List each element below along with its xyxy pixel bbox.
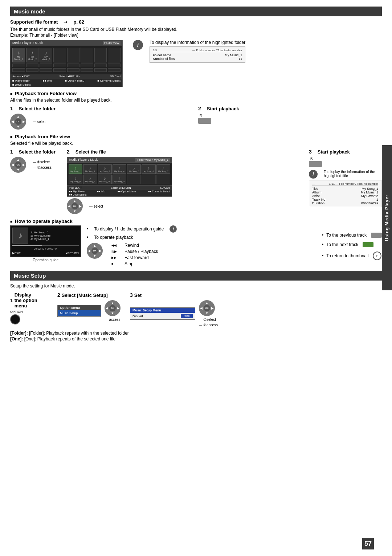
screen-return: ●RETURN	[66, 252, 79, 255]
page-ref: p. 82	[73, 19, 84, 25]
arrow-select-1: select	[33, 120, 46, 124]
footer-select: Select ●RETURN	[59, 75, 81, 78]
folder-view-screen: Media Player ♪ Music Folder view ♪ My Mu…	[10, 40, 123, 87]
music-step3-number: 3	[130, 292, 133, 298]
file-footer-drive: ■■ Drive Select	[69, 193, 86, 196]
next-track-label: To the next track	[326, 242, 358, 247]
file-footer-sdcard: SD Card	[160, 187, 170, 189]
display-hide-note: To display / hide the operation guide	[94, 226, 164, 232]
footer-access: Access ●EXIT	[12, 75, 29, 78]
music-setup-title: Music Setup	[14, 273, 46, 279]
prev-track-label: To the previous track	[326, 233, 367, 238]
nav-controller-4[interactable]: ▲ ▼ ◀ ▶ OK	[87, 243, 103, 259]
pause-playback-label: Pause / Playback	[124, 249, 158, 254]
nav-controller-3[interactable]: ▲ ▼ ◀ ▶ OK	[67, 198, 83, 214]
step2-file-label: Select the file	[75, 149, 106, 155]
song-thumb-2: ♪My Song_2	[83, 164, 97, 174]
music-step2-number: 2	[57, 292, 60, 298]
option-menu-item-music-setup[interactable]: Music Setup	[58, 310, 101, 316]
arrow-symbol: ➔	[64, 19, 68, 25]
music-setup-menu-box: Music Setup Menu Repeat One	[130, 307, 195, 320]
footer-play-folder: ■ Play Folder	[12, 79, 30, 82]
file-footer-option: ■■ Option Menu	[118, 190, 136, 193]
next-track-btn[interactable]	[363, 242, 373, 247]
rewind-label: Rewind	[124, 243, 139, 248]
nav-controller-1[interactable]: ▲ ▼ ◀ ▶ OK	[10, 114, 26, 130]
music-thumb-3: ♪ My Music_3	[40, 48, 52, 62]
fast-forward-label: Fast forward	[124, 255, 149, 260]
return-thumb-label: To return to thumbnail	[326, 253, 368, 258]
info-panel-2: — 1/11 — File number / Total file number…	[309, 180, 381, 207]
nav-controller-5[interactable]: ▲ ▼ ◀ ▶ OK	[105, 300, 121, 316]
arrow-select-set: ①select	[199, 318, 216, 322]
playback-file-heading: Playback from File view	[10, 134, 382, 139]
one-note: [One]: [One]: Playback repeats of the se…	[10, 336, 382, 342]
song-thumb-10: ♪My Song_10	[98, 175, 112, 184]
using-media-player-sidebar: Using Media Player	[382, 145, 392, 290]
footer-info: ■■ Info	[43, 79, 52, 82]
option-btn-label: OPTION	[10, 310, 50, 314]
prev-track-btn[interactable]	[371, 233, 382, 238]
song-thumb-9: ♪My Song_9	[83, 175, 97, 184]
arrow-access-set: ②access	[199, 323, 218, 327]
file-footer-flip: ■■ Flip Player	[69, 190, 85, 193]
file-footer-contents: ■■ Contents Select	[148, 190, 170, 193]
screen-header-left: Media Player ♪ Music	[12, 41, 44, 45]
music-step3-label: Set	[134, 293, 142, 298]
info-icon-2: i	[309, 170, 318, 179]
song-thumb-8: ♪My Song_8	[69, 175, 82, 184]
start-playback-btn-1[interactable]	[198, 118, 211, 124]
step3-file-label: Start playback	[318, 149, 350, 155]
song-thumb-1: ♪My Song_1	[69, 164, 82, 174]
section-header-music-mode: Music mode	[10, 7, 382, 16]
footer-sdcard: SD Card	[110, 75, 121, 78]
playback-screen-mockup: ♪ 2: My Song_5 3: My Favourite 4: My Mus…	[10, 225, 81, 262]
arrow-access-3: access	[105, 318, 120, 322]
option-menu-header: Option Menu	[58, 305, 101, 310]
option-button[interactable]	[10, 314, 20, 324]
nav-controller-2[interactable]: ▲ ▼ ◀ ▶ OK	[10, 157, 26, 173]
file-footer-play: Play ●EXIT	[69, 187, 82, 189]
nav-controller-6[interactable]: ▲ ▼ ◀ ▶ OK	[199, 300, 215, 316]
info-note-1: To display the information of the highli…	[150, 40, 245, 45]
music-thumb-1: ♪ My Music_1	[12, 48, 25, 62]
folder-name-label: Folder name	[153, 53, 171, 57]
footer-contents: ■ Contents Select	[97, 79, 121, 82]
r-btn-label-1: R	[200, 114, 382, 117]
playback-file-desc: Selected file will be played back.	[10, 141, 382, 146]
footer-option: ■ Option Menu	[65, 79, 84, 82]
file-footer-select: Select ●RETURN	[111, 187, 131, 189]
folder-name-value: My Music_1	[225, 53, 242, 57]
number-of-files-label: Number of files	[153, 57, 175, 61]
file-footer-info: ■■ Info	[97, 190, 105, 193]
folder-note: [Folder]: [Folder]: Playback repeats wit…	[10, 331, 382, 336]
step1-folder-number: 1	[10, 106, 13, 111]
music-setup-menu-header: Music Setup Menu	[130, 308, 195, 313]
folder-number-label: — Folder number / Total folder number	[192, 49, 242, 52]
number-of-files-value: 11	[238, 57, 242, 61]
info-note-2: To display the information of the highli…	[324, 170, 382, 178]
section-title: Music mode	[14, 8, 45, 15]
stop-label: Stop	[124, 261, 134, 266]
file-number-label: 1/11 — File number / Total file number	[329, 182, 378, 185]
start-playback-btn-2[interactable]	[309, 161, 322, 167]
song-thumb-11: ♪My Song_11	[113, 175, 126, 184]
file-screen-header-left: Media Player ♪ Music	[69, 158, 98, 162]
song-thumb-7: ♪My Song_7	[156, 164, 170, 174]
music-setup-row-repeat: Repeat One	[130, 313, 195, 319]
playback-folder-heading: Playback from Folder view	[10, 91, 382, 96]
arrow-access-2: ②access	[33, 165, 52, 169]
option-menu-box: Option Menu Music Setup	[57, 305, 101, 317]
return-btn[interactable]: ↩	[373, 252, 381, 260]
info-icon-1: i	[133, 40, 143, 50]
info-number-1: 1/3	[153, 49, 157, 52]
song-thumb-3: ♪My Song_3	[98, 164, 112, 174]
operate-note: To operate playback	[94, 235, 133, 240]
music-setup-desc: Setup the setting for Music mode.	[10, 283, 382, 289]
how-to-operate-heading: How to operate playback	[10, 218, 382, 224]
supported-file-label: Supported file format	[10, 19, 58, 25]
step2-folder-label: Start playback	[207, 106, 239, 111]
description-text: The thumbnail of music folders in the SD…	[10, 27, 382, 32]
operation-guide-label: Operation guide	[10, 258, 81, 262]
music-step2-label: Select [Music Setup]	[62, 293, 108, 298]
